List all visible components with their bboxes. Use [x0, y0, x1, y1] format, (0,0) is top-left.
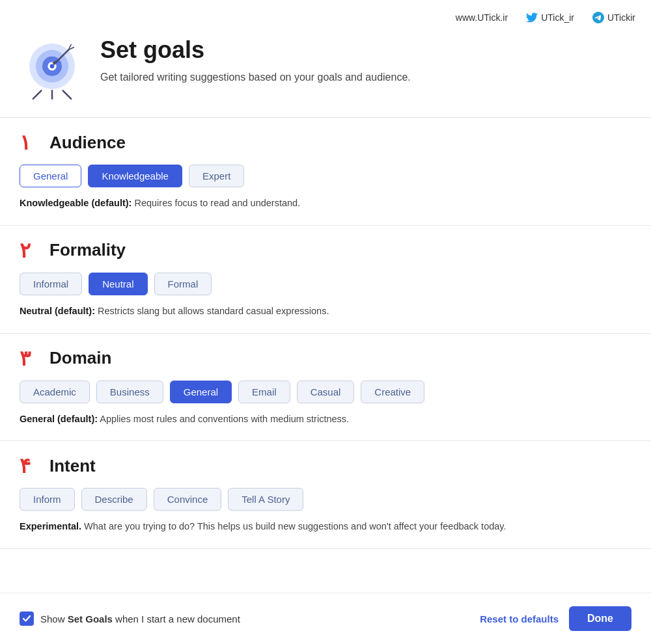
intent-tell-a-story-button[interactable]: Tell A Story — [228, 488, 303, 511]
formality-options: Informal Neutral Formal — [20, 273, 631, 295]
domain-general-button[interactable]: General — [170, 381, 232, 403]
audience-description-bold: Knowledgeable (default): — [20, 198, 132, 208]
domain-description: General (default): Applies most rules an… — [20, 412, 631, 427]
domain-creative-button[interactable]: Creative — [361, 381, 424, 403]
audience-description-rest: Requires focus to read and understand. — [132, 198, 300, 208]
audience-knowledgeable-button[interactable]: Knowledgeable — [88, 165, 182, 187]
svg-point-7 — [50, 64, 55, 69]
section-number-2: ۲ — [20, 240, 43, 261]
page-title: Set goals — [100, 36, 411, 64]
show-goals-checkbox[interactable] — [20, 611, 34, 626]
formality-neutral-button[interactable]: Neutral — [89, 273, 147, 295]
audience-description: Knowledgeable (default): Requires focus … — [20, 196, 631, 211]
twitter-icon — [526, 12, 538, 23]
twitter-link: UTick_ir — [526, 12, 574, 23]
intent-inform-button[interactable]: Inform — [20, 488, 75, 511]
hero-text: Set goals Get tailored writing suggestio… — [100, 36, 411, 83]
audience-general-button[interactable]: General — [20, 165, 81, 187]
formality-title: Formality — [49, 240, 126, 260]
formality-informal-button[interactable]: Informal — [20, 273, 82, 295]
section-number-4: ۴ — [20, 455, 43, 476]
section-number-3: ۳ — [20, 348, 43, 369]
formality-header: ۲ Formality — [20, 240, 631, 261]
audience-expert-button[interactable]: Expert — [189, 165, 244, 187]
domain-section: ۳ Domain Academic Business General Email… — [0, 334, 651, 442]
telegram-icon — [592, 12, 604, 23]
intent-description-bold: Experimental. — [20, 521, 81, 531]
checkmark-icon — [22, 614, 31, 623]
reset-button[interactable]: Reset to defaults — [480, 613, 559, 624]
intent-description-rest: What are you trying to do? This helps us… — [81, 521, 506, 531]
svg-line-0 — [33, 90, 41, 99]
intent-convince-button[interactable]: Convince — [154, 488, 222, 511]
audience-title: Audience — [49, 133, 126, 153]
footer-checkbox-label: Show Set Goals when I start a new docume… — [40, 613, 240, 624]
intent-options: Inform Describe Convince Tell A Story — [20, 488, 631, 511]
intent-header: ۴ Intent — [20, 455, 631, 476]
domain-options: Academic Business General Email Casual C… — [20, 381, 631, 403]
domain-casual-button[interactable]: Casual — [297, 381, 355, 403]
formality-formal-button[interactable]: Formal — [154, 273, 212, 295]
formality-description-bold: Neutral (default): — [20, 306, 95, 316]
audience-options: General Knowledgeable Expert — [20, 165, 631, 187]
domain-title: Domain — [49, 348, 111, 368]
main-content: ۱ Audience General Knowledgeable Expert … — [0, 118, 651, 601]
done-button[interactable]: Done — [569, 606, 631, 631]
domain-email-button[interactable]: Email — [238, 381, 290, 403]
formality-description-rest: Restricts slang but allows standard casu… — [95, 306, 329, 316]
domain-academic-button[interactable]: Academic — [20, 381, 90, 403]
audience-header: ۱ Audience — [20, 132, 631, 153]
svg-line-1 — [63, 90, 72, 99]
intent-describe-button[interactable]: Describe — [81, 488, 147, 511]
footer-right: Reset to defaults Done — [480, 606, 631, 631]
telegram-link: UTickir — [592, 12, 635, 23]
domain-business-button[interactable]: Business — [96, 381, 163, 403]
hero-icon — [20, 36, 85, 101]
website-link: www.UTick.ir — [456, 12, 508, 23]
page-subtitle: Get tailored writing suggestions based o… — [100, 72, 411, 83]
audience-section: ۱ Audience General Knowledgeable Expert … — [0, 118, 651, 226]
footer-left: Show Set Goals when I start a new docume… — [20, 611, 240, 626]
domain-description-bold: General (default): — [20, 414, 98, 424]
domain-header: ۳ Domain — [20, 348, 631, 369]
section-number-1: ۱ — [20, 132, 43, 153]
formality-description: Neutral (default): Restricts slang but a… — [20, 304, 631, 319]
target-svg — [20, 36, 85, 101]
hero-section: Set goals Get tailored writing suggestio… — [0, 30, 651, 117]
domain-description-rest: Applies most rules and conventions with … — [98, 414, 349, 424]
footer: Show Set Goals when I start a new docume… — [0, 593, 651, 644]
intent-title: Intent — [49, 456, 96, 476]
intent-section: ۴ Intent Inform Describe Convince Tell A… — [0, 441, 651, 549]
formality-section: ۲ Formality Informal Neutral Formal Neut… — [0, 226, 651, 334]
intent-description: Experimental. What are you trying to do?… — [20, 520, 631, 534]
top-bar: www.UTick.ir UTick_ir UTickir — [0, 0, 651, 30]
